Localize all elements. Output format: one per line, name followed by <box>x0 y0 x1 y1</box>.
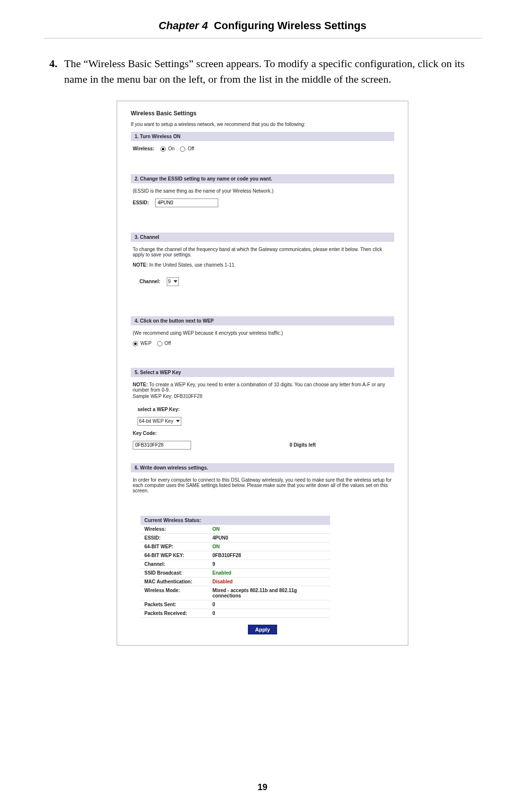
screenshot-intro: If you want to setup a wireless network,… <box>131 122 394 127</box>
section1-body: Wireless: On Off <box>131 146 394 172</box>
status-row: MAC Authentication:Disabled <box>140 577 330 586</box>
status-row: 64-BIT WEP KEY:0FB310FF28 <box>140 551 330 560</box>
screenshot-title: Wireless Basic Settings <box>131 110 394 117</box>
section3-bar: 3. Channel <box>131 233 394 242</box>
status-key: Packets Received: <box>144 611 212 616</box>
section5-bar: 5. Select a WEP Key <box>131 368 394 377</box>
section4-bar: 4. Click on the button next to WEP <box>131 316 394 325</box>
status-value: 0 <box>212 611 326 616</box>
wepkey-select[interactable]: 64-bit WEP Key <box>138 417 181 426</box>
page-number: 19 <box>0 782 525 793</box>
status-key: ESSID: <box>144 535 212 541</box>
section4-body: (We recommend using WEP because it encry… <box>131 330 394 366</box>
status-key: Packets Sent: <box>144 602 212 607</box>
chapter-title: Configuring Wireless Settings <box>214 19 367 32</box>
status-row: Wireless:ON <box>140 525 330 534</box>
wep-radio[interactable] <box>133 341 138 346</box>
section3-body: To change the channel of the frequency b… <box>131 247 394 314</box>
section6-bar: 6. Write down wireless settings. <box>131 463 394 472</box>
status-key: SSID Broadcast: <box>144 570 212 576</box>
channel-select[interactable]: 9 <box>167 277 179 286</box>
section6-desc: In order for every computer to connect t… <box>133 477 392 493</box>
section3-note-label: NOTE: <box>133 262 148 268</box>
channel-value: 9 <box>168 279 171 284</box>
status-row: Packets Sent:0 <box>140 600 330 609</box>
status-value: 0 <box>212 602 326 607</box>
keycode-label: Key Code: <box>133 431 392 436</box>
status-value: 9 <box>212 561 326 567</box>
essid-label: ESSID: <box>133 200 149 205</box>
status-key: Wireless: <box>144 526 212 532</box>
section5-sample: Sample WEP Key: 0FB310FF28 <box>133 394 392 399</box>
chapter-header: Chapter 4 Configuring Wireless Settings <box>44 19 481 38</box>
digits-left: 0 Digits left <box>290 442 316 448</box>
status-key: Wireless Mode: <box>144 588 212 598</box>
wireless-on-text: On <box>168 146 175 151</box>
status-value: 0FB310FF28 <box>212 553 326 558</box>
section2-desc: (ESSID is the same thing as the name of … <box>133 188 392 194</box>
status-head: Current Wireless Status: <box>140 516 330 525</box>
section2-body: (ESSID is the same thing as the name of … <box>131 188 394 231</box>
section2-bar: 2. Change the ESSID setting to any name … <box>131 174 394 183</box>
wep-text: WEP <box>140 341 152 346</box>
section5-note-text: To create a WEP Key, you need to enter a… <box>133 382 385 393</box>
step-number: 4. <box>44 56 57 87</box>
wireless-off-radio[interactable] <box>180 146 185 152</box>
wireless-settings-screenshot: Wireless Basic Settings If you want to s… <box>117 101 408 646</box>
status-row: Packets Received:0 <box>140 609 330 618</box>
status-value: 4PUN0 <box>212 535 326 541</box>
section3-note-text: In the United States, use channels 1-11. <box>149 262 236 268</box>
wireless-on-radio[interactable] <box>160 146 166 152</box>
status-row: 64-BIT WEP:ON <box>140 542 330 551</box>
section5-note-label: NOTE: <box>133 382 148 387</box>
keycode-input[interactable] <box>133 441 191 450</box>
status-row: Channel:9 <box>140 560 330 569</box>
section1-bar: 1. Turn Wireless ON <box>131 132 394 141</box>
status-row: Wireless Mode:Mixed - accepts 802.11b an… <box>140 586 330 600</box>
apply-button[interactable]: Apply <box>248 625 278 634</box>
status-box: Current Wireless Status: Wireless:ONESSI… <box>140 516 330 618</box>
step-text: The “Wireless Basic Settings” screen app… <box>64 56 481 87</box>
step-block: 4. The “Wireless Basic Settings” screen … <box>44 56 481 87</box>
chapter-label: Chapter 4 <box>158 19 208 32</box>
status-key: Channel: <box>144 561 212 567</box>
section4-desc: (We recommend using WEP because it encry… <box>133 330 392 336</box>
status-row: SSID Broadcast:Enabled <box>140 569 330 577</box>
wepkey-select-value: 64-bit WEP Key <box>139 418 173 424</box>
status-key: 64-BIT WEP: <box>144 544 212 549</box>
essid-input[interactable] <box>155 198 218 207</box>
wep-off-text: Off <box>164 341 171 346</box>
channel-label: Channel: <box>140 279 160 284</box>
chevron-down-icon <box>174 280 177 283</box>
status-key: 64-BIT WEP KEY: <box>144 553 212 558</box>
wep-off-radio[interactable] <box>157 341 162 346</box>
section3-desc: To change the channel of the frequency b… <box>133 247 392 257</box>
section6-body: In order for every computer to connect t… <box>131 477 394 516</box>
status-key: MAC Authentication: <box>144 579 212 584</box>
chevron-down-icon <box>176 420 180 422</box>
status-value: ON <box>212 526 326 532</box>
wireless-off-text: Off <box>188 146 194 151</box>
status-value: Disabled <box>212 579 326 584</box>
status-value: ON <box>212 544 326 549</box>
status-value: Mixed - accepts 802.11b and 802.11g conn… <box>212 588 326 598</box>
wepkey-select-label: select a WEP Key: <box>133 407 392 412</box>
section5-body: NOTE: To create a WEP Key, you need to e… <box>131 382 394 461</box>
status-row: ESSID:4PUN0 <box>140 534 330 542</box>
status-value: Enabled <box>212 570 326 576</box>
wireless-label: Wireless: <box>133 146 154 151</box>
